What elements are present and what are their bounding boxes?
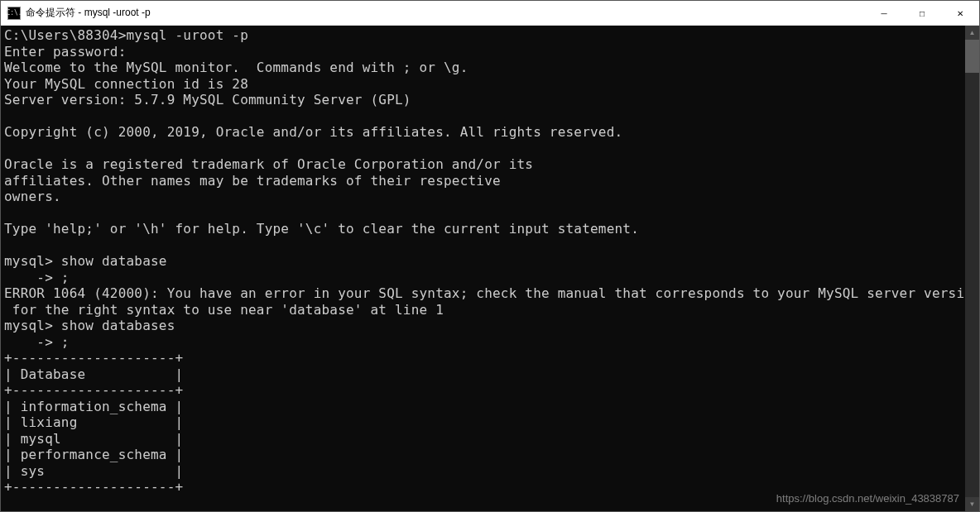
window-frame: C:\. 命令提示符 - mysql -uroot -p ─ □ ✕ C:\Us… [0, 0, 980, 512]
scroll-down-button[interactable]: ▼ [965, 497, 979, 511]
titlebar[interactable]: C:\. 命令提示符 - mysql -uroot -p ─ □ ✕ [1, 1, 979, 26]
scroll-up-button[interactable]: ▲ [965, 26, 979, 40]
window-title: 命令提示符 - mysql -uroot -p [26, 6, 865, 20]
window-controls: ─ □ ✕ [865, 1, 979, 25]
maximize-button[interactable]: □ [903, 1, 941, 26]
terminal-area: C:\Users\88304>mysql -uroot -p Enter pas… [1, 26, 979, 511]
minimize-button[interactable]: ─ [865, 1, 903, 26]
scroll-thumb[interactable] [965, 40, 979, 73]
cmd-icon: C:\. [7, 7, 21, 20]
close-button[interactable]: ✕ [941, 1, 979, 26]
terminal-output[interactable]: C:\Users\88304>mysql -uroot -p Enter pas… [1, 26, 965, 511]
vertical-scrollbar[interactable]: ▲ ▼ [965, 26, 979, 511]
